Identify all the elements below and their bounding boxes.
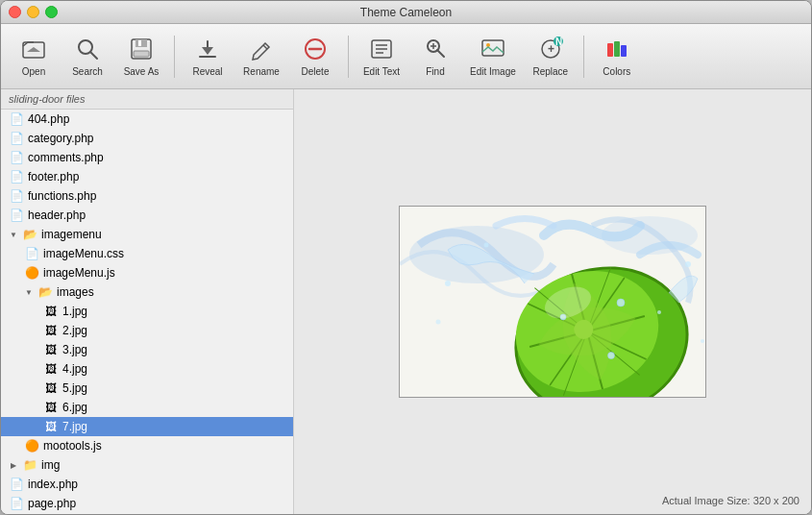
open-button[interactable]: Open: [9, 30, 59, 84]
svg-text:+: +: [548, 42, 554, 56]
image-icon: 🖼: [43, 305, 59, 318]
rename-button[interactable]: Rename: [236, 30, 286, 84]
replace-button[interactable]: + N Replace: [526, 30, 576, 84]
svg-rect-5: [134, 51, 149, 57]
list-item[interactable]: 📄 README.txt: [1, 513, 293, 514]
svg-point-50: [701, 339, 704, 343]
file-name: functions.php: [28, 189, 96, 203]
reveal-button[interactable]: Reveal: [183, 30, 233, 84]
svg-rect-6: [138, 40, 141, 46]
svg-rect-27: [621, 45, 627, 57]
svg-point-43: [608, 353, 615, 359]
file-icon: 📄: [9, 112, 24, 126]
list-item[interactable]: ▼ 📂 images: [1, 282, 293, 302]
file-name: category.php: [28, 132, 94, 145]
file-name: index.php: [28, 478, 78, 491]
file-icon: 📄: [24, 247, 39, 260]
image-icon: 🖼: [43, 420, 59, 433]
svg-rect-25: [607, 43, 613, 57]
divider-1: [174, 36, 175, 78]
list-item[interactable]: 📄 header.php: [1, 206, 293, 225]
svg-line-8: [263, 45, 267, 49]
colors-button[interactable]: Colors: [592, 30, 642, 84]
list-item[interactable]: 📄 footer.php: [1, 167, 293, 186]
file-name: imageMenu.js: [43, 266, 115, 280]
list-item[interactable]: 🖼 3.jpg: [1, 340, 293, 359]
svg-point-47: [685, 261, 691, 267]
file-name: 4.jpg: [62, 362, 87, 376]
file-list[interactable]: 📄 404.php 📄 category.php 📄 comments.php …: [1, 110, 293, 514]
list-item[interactable]: 🖼 7.jpg: [1, 417, 293, 436]
file-name: 5.jpg: [62, 381, 87, 395]
image-icon: 🖼: [43, 381, 59, 395]
main-content: sliding-door files 📄 404.php 📄 category.…: [1, 89, 811, 514]
list-item[interactable]: ▼ 📂 imagemenu: [1, 225, 293, 244]
list-item[interactable]: 📄 index.php: [1, 475, 293, 494]
svg-point-46: [484, 243, 489, 248]
image-icon: 🖼: [43, 401, 59, 414]
file-icon: 📄: [9, 189, 24, 203]
preview-image: [400, 207, 706, 398]
edit-image-button[interactable]: Edit Image: [464, 30, 522, 84]
search-button[interactable]: Search: [62, 30, 112, 84]
edit-image-label: Edit Image: [470, 66, 516, 77]
preview-pane: Actual Image Size: 320 x 200: [294, 89, 811, 514]
folder-open-icon: 📂: [22, 228, 37, 241]
list-item[interactable]: 📄 imageMenu.css: [1, 244, 293, 263]
find-button[interactable]: Find: [410, 30, 460, 84]
list-item[interactable]: 🟠 mootools.js: [1, 436, 293, 455]
list-item[interactable]: 📄 page.php: [1, 494, 293, 513]
window-controls: [9, 6, 58, 18]
title-bar: Theme Cameleon: [1, 1, 811, 24]
save-as-button[interactable]: Save As: [116, 30, 166, 84]
image-icon: 🖼: [43, 343, 59, 356]
preview-image-container: [399, 206, 706, 398]
edit-image-icon: [480, 36, 506, 62]
replace-icon: + N: [537, 36, 564, 62]
svg-rect-19: [482, 40, 504, 56]
save-as-label: Save As: [124, 66, 160, 77]
svg-point-49: [436, 320, 441, 325]
file-name: 6.jpg: [62, 401, 87, 414]
maximize-button[interactable]: [45, 6, 58, 18]
svg-rect-26: [614, 41, 620, 57]
file-icon: 📄: [9, 170, 24, 184]
file-name: footer.php: [28, 170, 79, 184]
rename-label: Rename: [243, 66, 280, 77]
list-item[interactable]: ▶ 📁 img: [1, 455, 293, 475]
list-item[interactable]: 🖼 2.jpg: [1, 321, 293, 340]
delete-icon: [302, 36, 329, 62]
file-name: imagemenu: [41, 228, 102, 241]
list-item[interactable]: 🖼 5.jpg: [1, 379, 293, 398]
edit-text-button[interactable]: Edit Text: [357, 30, 406, 84]
svg-line-2: [90, 52, 97, 59]
file-icon: 📄: [9, 132, 24, 145]
file-name: img: [41, 458, 60, 472]
file-icon: 📄: [9, 478, 24, 491]
file-name: 1.jpg: [62, 305, 87, 318]
save-icon: [128, 36, 155, 62]
divider-2: [348, 36, 349, 78]
file-name: 2.jpg: [62, 324, 87, 337]
open-icon: [20, 36, 47, 62]
find-icon: [422, 36, 449, 62]
list-item[interactable]: 📄 comments.php: [1, 148, 293, 167]
colors-icon: [603, 36, 630, 62]
colors-label: Colors: [603, 66, 630, 77]
app-window: Theme Cameleon Open Search: [0, 0, 812, 515]
minimize-button[interactable]: [27, 6, 39, 18]
list-item[interactable]: 🟠 imageMenu.js: [1, 263, 293, 282]
list-item[interactable]: 📄 category.php: [1, 129, 293, 148]
list-item[interactable]: 🖼 4.jpg: [1, 359, 293, 379]
close-button[interactable]: [9, 6, 21, 18]
delete-label: Delete: [302, 66, 330, 77]
list-item[interactable]: 📄 functions.php: [1, 186, 293, 206]
list-item[interactable]: 🖼 6.jpg: [1, 398, 293, 417]
file-icon: 📄: [9, 208, 24, 222]
svg-point-48: [657, 310, 661, 314]
list-item[interactable]: 📄 404.php: [1, 110, 293, 129]
list-item[interactable]: 🖼 1.jpg: [1, 302, 293, 321]
folder-triangle: ▶: [9, 461, 18, 470]
delete-button[interactable]: Delete: [290, 30, 340, 84]
folder-triangle: ▼: [24, 288, 34, 297]
